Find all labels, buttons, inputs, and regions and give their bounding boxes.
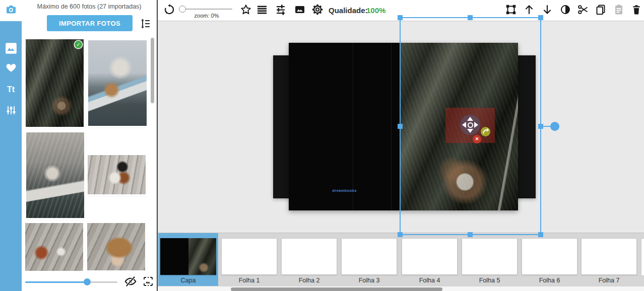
thumbnail-size-slider-knob[interactable] [84, 278, 91, 285]
move-up-arrow[interactable] [467, 117, 473, 121]
cut-button[interactable] [577, 4, 589, 16]
autofill-photo-button[interactable] [142, 275, 155, 288]
move-left-arrow[interactable] [462, 122, 466, 128]
framed-image-icon [142, 280, 154, 289]
photo-thumbnail-3[interactable] [26, 132, 84, 218]
layouts-menu-button[interactable] [256, 4, 268, 16]
page-label: Folha 2 [279, 277, 339, 284]
rotation-handle[interactable] [550, 122, 559, 131]
page-label: Folha 1 [219, 277, 279, 284]
back-cover-page[interactable]: dreambooks [289, 43, 400, 210]
selection-handle-top-left[interactable] [398, 15, 403, 20]
filmstrip-scrollbar-thumb[interactable] [231, 287, 442, 291]
sidebar-item-photos[interactable] [0, 41, 22, 58]
fold-guide [353, 43, 353, 210]
zoom-level-label: zoom: 0% [180, 13, 233, 19]
selection-handle-top-mid[interactable] [468, 15, 473, 20]
page-thumbnail [221, 238, 277, 275]
tool-rail: Tt [0, 21, 22, 291]
rotate-canvas-button[interactable] [163, 4, 175, 16]
photo-thumbnail-6[interactable] [87, 223, 145, 270]
page-tab-folha-1[interactable]: Folha 1 [219, 233, 279, 286]
move-down-arrow[interactable] [467, 129, 473, 133]
photos-panel-footer [22, 272, 157, 291]
paste-button-disabled[interactable] [613, 4, 625, 16]
photobook-editor-window: Tt Máximo de 600 fotos (27 importadas) I… [0, 0, 644, 291]
move-down-button[interactable] [541, 4, 553, 16]
photo-rotate-badge[interactable] [481, 127, 490, 136]
photos-icon [5, 42, 18, 57]
page-label: Folha 5 [460, 277, 520, 284]
spine-guide [391, 43, 392, 210]
tune-options-button[interactable] [275, 4, 287, 16]
page-label: Folha 7 [579, 277, 639, 284]
photos-scrollbar[interactable] [151, 38, 154, 103]
page-tab-folha-4[interactable]: Folha 4 [400, 233, 460, 286]
thumbnail-size-slider-fill [25, 281, 87, 283]
text-tool-icon: Tt [7, 85, 15, 94]
eye-off-icon [124, 281, 137, 289]
settings-gear-button[interactable] [311, 4, 324, 16]
quality-label: Qualidade: [329, 0, 368, 21]
page-thumbnail [581, 238, 637, 275]
page-thumbnail [402, 238, 458, 275]
page-tab-partial[interactable] [641, 238, 644, 276]
page-label: Folha 3 [339, 277, 399, 284]
selection-handle-bottom-left[interactable] [398, 232, 403, 237]
sidebar-item-layouts[interactable] [0, 103, 22, 120]
page-tab-folha-6[interactable]: Folha 6 [520, 233, 579, 286]
page-thumbnail [522, 238, 577, 275]
contrast-button[interactable] [559, 4, 571, 16]
photo-thumbnail-1[interactable]: ✓ [26, 39, 84, 127]
copy-button[interactable] [595, 4, 607, 16]
zoom-slider-track[interactable] [180, 9, 232, 10]
zoom-slider-knob[interactable] [179, 6, 186, 13]
delete-button[interactable] [630, 4, 642, 16]
page-label: Capa [158, 277, 218, 284]
selection-handle-top-right[interactable] [538, 15, 543, 20]
move-center-ring[interactable] [468, 122, 473, 128]
camera-icon [5, 4, 17, 18]
brand-logo-text: dreambooks [289, 188, 400, 193]
background-image-button[interactable] [294, 4, 306, 16]
page-thumbnail [341, 238, 397, 275]
photo-thumbnail-2[interactable] [88, 40, 147, 126]
page-tab-folha-2[interactable]: Folha 2 [279, 233, 339, 286]
panel-divider [157, 0, 158, 291]
move-right-arrow[interactable] [474, 122, 478, 128]
page-label: Folha 6 [520, 277, 579, 284]
heart-icon [5, 61, 17, 76]
photos-panel: Máximo de 600 fotos (27 importadas) IMPO… [22, 0, 157, 291]
move-pad-control[interactable] [460, 115, 480, 135]
page-tab-folha-7[interactable]: Folha 7 [579, 233, 639, 286]
quality-value: 100% [366, 0, 385, 21]
hide-used-photos-button[interactable] [124, 275, 137, 288]
page-tab-folha-3[interactable]: Folha 3 [339, 233, 399, 286]
photo-count-status: Máximo de 600 fotos (27 importadas) [22, 3, 157, 10]
layout-sliders-icon [5, 104, 17, 118]
photo-used-check-icon: ✓ [75, 41, 82, 48]
transform-button[interactable] [505, 4, 517, 16]
photo-delete-badge[interactable]: ✕ [473, 135, 481, 143]
page-thumbnail [281, 238, 337, 275]
page-label: Folha 4 [400, 277, 460, 284]
pages-filmstrip: Capa Folha 1 Folha 2 Folha 3 Folha 4 Fol… [158, 233, 644, 291]
photo-thumbnail-5[interactable] [25, 223, 83, 271]
camera-logo-tile[interactable] [0, 0, 22, 21]
page-thumbnail [462, 238, 518, 275]
sidebar-item-favorites[interactable] [0, 60, 22, 77]
photo-thumbnail-4[interactable] [88, 155, 146, 194]
sort-photos-button[interactable] [140, 18, 152, 30]
import-photos-button[interactable]: IMPORTAR FOTOS [47, 15, 133, 31]
move-up-button[interactable] [523, 4, 535, 16]
sidebar-item-text[interactable]: Tt [0, 81, 22, 98]
selection-handle-mid-left[interactable] [398, 124, 403, 129]
selection-handle-mid-right[interactable] [538, 124, 543, 129]
selection-handle-bottom-right[interactable] [538, 232, 543, 237]
page-thumbnail [160, 238, 216, 275]
sort-list-icon [140, 23, 152, 31]
page-tab-folha-5[interactable]: Folha 5 [460, 233, 520, 286]
page-tab-capa[interactable]: Capa [158, 233, 218, 286]
selection-handle-bottom-mid[interactable] [468, 232, 473, 237]
favorite-star-button[interactable] [240, 4, 252, 16]
